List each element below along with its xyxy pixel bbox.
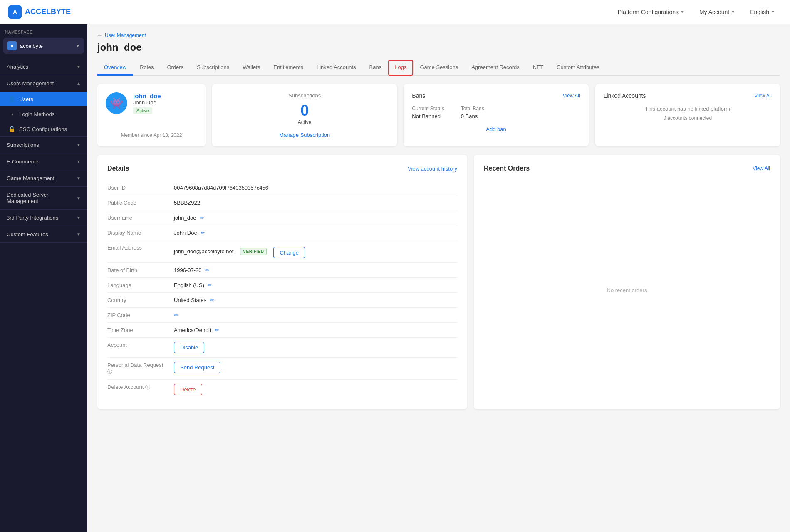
breadcrumb-parent-link[interactable]: User Management <box>105 32 146 38</box>
main-layout: NAMESPACE ■ accelbyte ▼ Analytics ▼ User… <box>0 24 790 532</box>
platform-config-chevron-icon: ▼ <box>680 10 684 14</box>
namespace-selector[interactable]: ■ accelbyte ▼ <box>3 38 84 54</box>
personal-data-info-icon: ⓘ <box>107 369 112 374</box>
bans-current-status-value: Not Banned <box>412 113 444 119</box>
sidebar-section-game-header[interactable]: Game Management ▼ <box>0 170 87 186</box>
account-value: Disable <box>174 342 204 353</box>
language-button[interactable]: English ▼ <box>743 5 782 19</box>
bans-view-all-link[interactable]: View All <box>563 93 580 99</box>
language-label: Language <box>107 282 166 288</box>
tab-nft[interactable]: NFT <box>526 60 550 76</box>
tab-overview[interactable]: Overview <box>97 60 133 76</box>
sidebar-section-analytics-header[interactable]: Analytics ▼ <box>0 59 87 75</box>
personal-data-label: Personal Data Request ⓘ <box>107 362 166 375</box>
email-value: john_doe@accelbyte.net VERIFIED Change <box>174 245 305 258</box>
delete-account-button[interactable]: Delete <box>174 384 202 395</box>
details-card: Details View account history User ID 004… <box>97 155 467 409</box>
tab-orders[interactable]: Orders <box>160 60 190 76</box>
language-chevron-icon: ▼ <box>771 10 775 14</box>
bans-card-header: Bans View All <box>412 92 580 99</box>
sidebar-section-game-management: Game Management ▼ <box>0 170 87 187</box>
language-value: English (US) ✏ <box>174 282 212 288</box>
user-username: john_doe <box>133 92 161 99</box>
bans-current-status-col: Current Status Not Banned <box>412 106 444 119</box>
account-label: Account <box>107 342 166 348</box>
timezone-edit-icon[interactable]: ✏ <box>215 327 219 333</box>
sidebar-section-3rdparty-header[interactable]: 3rd Party Integrations ▼ <box>0 210 87 226</box>
game-management-chevron-icon: ▼ <box>77 176 81 181</box>
detail-row-public-code: Public Code 5BBBZ922 <box>107 195 457 210</box>
users-icon: 👤 <box>8 96 15 102</box>
users-management-chevron-icon: ▲ <box>77 81 81 86</box>
sidebar-section-3rd-party: 3rd Party Integrations ▼ <box>0 210 87 226</box>
change-email-button[interactable]: Change <box>273 247 305 258</box>
dob-text: 1996-07-20 <box>174 267 202 273</box>
delete-account-value: Delete <box>174 384 202 395</box>
dob-edit-icon[interactable]: ✏ <box>205 267 210 273</box>
sidebar-item-login-methods[interactable]: → Login Methods <box>0 106 87 121</box>
language-edit-icon[interactable]: ✏ <box>208 282 212 288</box>
tab-logs[interactable]: Logs <box>388 60 413 76</box>
delete-account-info-icon: ⓘ <box>145 384 150 390</box>
3rdparty-chevron-icon: ▼ <box>77 215 81 220</box>
disable-account-button[interactable]: Disable <box>174 342 204 353</box>
orders-title: Recent Orders <box>484 165 530 172</box>
tab-bans[interactable]: Bans <box>363 60 389 76</box>
sidebar-section-subscriptions-header[interactable]: Subscriptions ▼ <box>0 137 87 153</box>
tab-linked-accounts[interactable]: Linked Accounts <box>310 60 363 76</box>
cards-row: 👾 john_doe John Doe Active Member since … <box>97 84 780 146</box>
userid-label: User ID <box>107 185 166 191</box>
linked-accounts-card: Linked Accounts View All This account ha… <box>595 84 780 146</box>
personal-data-value: Send Request <box>174 362 220 373</box>
tab-subscriptions[interactable]: Subscriptions <box>190 60 236 76</box>
linked-accounts-view-all-link[interactable]: View All <box>754 93 772 99</box>
subscriptions-card: Subscriptions 0 Active Manage Subscripti… <box>212 84 397 146</box>
login-methods-icon: → <box>8 111 15 117</box>
tab-game-sessions[interactable]: Game Sessions <box>413 60 465 76</box>
detail-row-zip: ZIP Code ✏ <box>107 308 457 323</box>
country-edit-icon[interactable]: ✏ <box>210 297 214 303</box>
detail-row-dob: Date of Birth 1996-07-20 ✏ <box>107 263 457 278</box>
add-ban-link[interactable]: Add ban <box>412 126 580 132</box>
sidebar-section-users-header[interactable]: Users Management ▲ <box>0 75 87 92</box>
subscriptions-chevron-icon: ▼ <box>77 143 81 147</box>
view-account-history-link[interactable]: View account history <box>408 166 457 172</box>
tab-agreement-records[interactable]: Agreement Records <box>465 60 526 76</box>
tab-wallets[interactable]: Wallets <box>236 60 267 76</box>
sidebar-section-custom-header[interactable]: Custom Features ▼ <box>0 226 87 242</box>
sidebar-item-users[interactable]: 👤 Users <box>0 92 87 106</box>
my-account-button[interactable]: My Account ▼ <box>693 5 742 19</box>
topnav: A ACCELBYTE Platform Configurations ▼ My… <box>0 0 790 24</box>
country-value: United States ✏ <box>174 297 214 303</box>
public-code-label: Public Code <box>107 200 166 206</box>
sso-icon: 🔒 <box>8 126 15 132</box>
detail-row-delete-account: Delete Account ⓘ Delete <box>107 380 457 399</box>
detail-row-personal-data: Personal Data Request ⓘ Send Request <box>107 358 457 380</box>
display-name-edit-icon[interactable]: ✏ <box>201 230 205 236</box>
lower-row: Details View account history User ID 004… <box>97 155 780 409</box>
manage-subscription-link[interactable]: Manage Subscription <box>279 132 330 138</box>
zip-edit-icon[interactable]: ✏ <box>174 312 178 318</box>
subscriptions-label: Subscriptions <box>288 92 321 99</box>
logo-text: ACCELBYTE <box>25 7 71 16</box>
sidebar-section-dedicated-server: Dedicated Server Management ▼ <box>0 187 87 210</box>
tab-roles[interactable]: Roles <box>133 60 160 76</box>
user-card: 👾 john_doe John Doe Active Member since … <box>97 84 206 146</box>
platform-config-button[interactable]: Platform Configurations ▼ <box>611 5 691 19</box>
user-info: john_doe John Doe Active <box>133 92 161 114</box>
username-edit-icon[interactable]: ✏ <box>200 215 204 221</box>
country-label: Country <box>107 297 166 303</box>
linked-accounts-empty-msg: This account has no linked platform <box>604 106 772 112</box>
sidebar-section-ecommerce-header[interactable]: E-Commerce ▼ <box>0 153 87 170</box>
bans-total-label: Total Bans <box>461 106 484 111</box>
dedicated-server-chevron-icon: ▼ <box>77 196 81 200</box>
sidebar-section-dedicated-header[interactable]: Dedicated Server Management ▼ <box>0 187 87 209</box>
zip-value: ✏ <box>174 312 178 318</box>
sidebar-item-sso-configurations[interactable]: 🔒 SSO Configurations <box>0 121 87 136</box>
orders-view-all-link[interactable]: View All <box>753 166 770 171</box>
send-request-button[interactable]: Send Request <box>174 362 220 373</box>
tab-custom-attributes[interactable]: Custom Attributes <box>550 60 606 76</box>
timezone-value: America/Detroit ✏ <box>174 327 219 333</box>
tab-entitlements[interactable]: Entitlements <box>267 60 310 76</box>
sidebar-section-analytics: Analytics ▼ <box>0 59 87 75</box>
